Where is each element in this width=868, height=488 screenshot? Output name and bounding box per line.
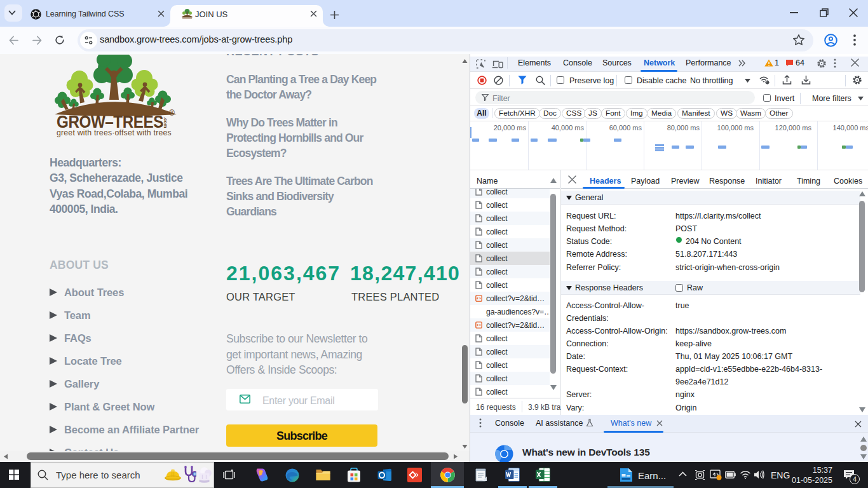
svg-text:®: ® (169, 109, 175, 118)
svg-text:greet with trees·offset with t: greet with trees·offset with trees (57, 128, 172, 137)
svg-text:.com: .com (163, 117, 168, 128)
